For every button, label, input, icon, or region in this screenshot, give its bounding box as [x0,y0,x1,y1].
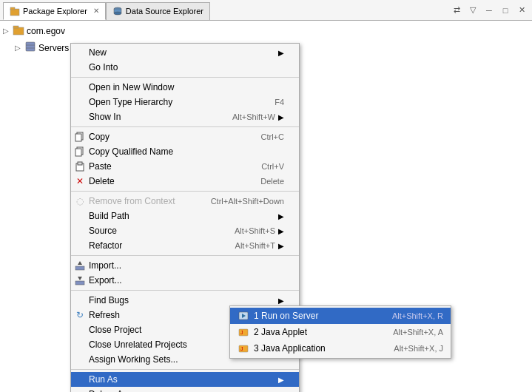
svg-rect-6 [13,26,18,28]
toolbar-close-btn[interactable]: ✕ [514,3,529,18]
menu-item-export[interactable]: Export... [71,273,299,288]
expand-arrow-comegov: ▷ [3,27,10,35]
svg-marker-19 [78,277,82,280]
submenu-item-java-applet-shortcut: Alt+Shift+X, A [393,328,443,337]
remove-context-icon: ◌ [74,195,86,207]
menu-item-new[interactable]: New ▶ [71,45,299,60]
menu-item-debug-as[interactable]: Debug As ▶ [71,387,299,392]
separator-1 [71,77,299,78]
servers-label: Servers [38,43,69,53]
menu-item-refactor-arrow: ▶ [278,242,284,250]
java-application-icon: J [238,342,249,354]
toolbar-view-btn[interactable]: ▽ [465,3,480,18]
menu-item-refactor-shortcut: Alt+Shift+T [235,241,275,250]
menu-item-paste-label: Paste [89,161,246,172]
submenu-item-java-applet[interactable]: J 2 Java Applet Alt+Shift+X, A [230,324,451,340]
separator-6 [71,369,299,370]
menu-item-import[interactable]: Import... [71,258,299,273]
tab-package-explorer[interactable]: Package Explorer ✕ [3,2,106,20]
submenu-item-run-on-server-label: 1 Run on Server [254,311,385,321]
menu-item-show-in-label: Show In [89,112,218,122]
menu-item-refactor[interactable]: Refactor Alt+Shift+T ▶ [71,238,299,253]
comegov-label: com.egov [27,26,65,36]
menu-item-run-as[interactable]: Run As ▶ [71,372,299,387]
separator-4 [71,255,299,256]
separator-5 [71,290,299,291]
svg-point-4 [114,12,121,15]
menu-item-copy-shortcut: Ctrl+C [261,132,284,141]
svg-rect-11 [75,134,81,141]
svg-rect-5 [13,27,24,35]
svg-rect-1 [10,7,15,10]
menu-item-show-in[interactable]: Show In Alt+Shift+W ▶ [71,109,299,124]
submenu-item-java-application[interactable]: J 3 Java Application Alt+Shift+X, J [230,340,451,356]
toolbar-max-btn[interactable]: □ [498,3,513,18]
menu-item-go-into-label: Go Into [89,62,284,72]
package-explorer-icon [10,6,20,16]
svg-text:J: J [240,330,243,335]
submenu-item-run-on-server-shortcut: Alt+Shift+X, R [392,311,443,320]
comegov-icon [13,24,24,38]
toolbar-icons: ⇄ ▽ ─ □ ✕ [449,3,529,18]
tab-bar: Package Explorer ✕ Data Source Explorer … [0,0,532,21]
menu-item-go-into[interactable]: Go Into [71,60,299,75]
menu-item-delete-shortcut: Delete [260,177,284,186]
menu-item-refactor-label: Refactor [89,240,220,251]
data-source-icon [112,6,123,16]
menu-item-remove-label: Remove from Context [89,196,196,206]
menu-item-copy-label: Copy [89,132,246,142]
submenu-run-as: 1 Run on Server Alt+Shift+X, R J 2 Java … [229,305,451,359]
menu-item-open-type-hierarchy-shortcut: F4 [275,98,284,107]
menu-item-new-label: New [89,47,275,58]
menu-item-build-path-label: Build Path [89,211,275,221]
menu-item-debug-as-label: Debug As [89,389,275,392]
menu-item-source-shortcut: Alt+Shift+S [235,226,275,235]
svg-marker-17 [78,261,82,265]
menu-item-build-path-arrow: ▶ [278,212,284,220]
menu-item-find-bugs-arrow: ▶ [278,297,284,305]
menu-item-delete[interactable]: ✕ Delete Delete [71,174,299,189]
import-icon [74,260,86,271]
tab-package-explorer-close[interactable]: ✕ [93,7,99,15]
menu-item-new-arrow: ▶ [278,49,284,57]
menu-item-copy-qualified-label: Copy Qualified Name [89,146,284,157]
refresh-icon: ↻ [74,309,86,321]
svg-rect-18 [75,281,84,285]
copy-icon [74,131,86,143]
menu-item-delete-label: Delete [89,176,246,186]
menu-item-find-bugs-label: Find Bugs [89,295,275,305]
expand-arrow-servers: ▷ [15,44,22,52]
run-on-server-icon [238,310,249,322]
menu-item-source-label: Source [89,226,220,236]
menu-item-export-label: Export... [89,275,284,285]
menu-item-open-new-window[interactable]: Open in New Window [71,80,299,95]
menu-item-paste-shortcut: Ctrl+V [261,162,284,171]
export-icon [74,274,86,286]
toolbar-sync-btn[interactable]: ⇄ [449,3,464,18]
separator-3 [71,191,299,192]
explorer-area: ▷ com.egov ▷ Servers New ▶ Go Into Open … [0,21,532,392]
menu-item-remove-shortcut: Ctrl+Alt+Shift+Down [211,197,284,206]
menu-item-source[interactable]: Source Alt+Shift+S ▶ [71,223,299,238]
tab-data-source-explorer[interactable]: Data Source Explorer [106,2,210,20]
tree-item-comegov[interactable]: ▷ com.egov [0,21,532,39]
menu-item-copy[interactable]: Copy Ctrl+C [71,129,299,144]
servers-icon [24,41,36,55]
svg-text:J: J [240,346,243,351]
paste-icon [74,160,86,172]
separator-2 [71,126,299,127]
submenu-item-run-on-server[interactable]: 1 Run on Server Alt+Shift+X, R [230,308,451,324]
menu-item-show-in-shortcut: Alt+Shift+W [232,112,275,121]
menu-item-paste[interactable]: Paste Ctrl+V [71,159,299,174]
menu-item-run-as-arrow: ▶ [278,376,284,384]
menu-item-build-path[interactable]: Build Path ▶ [71,209,299,223]
menu-item-source-arrow: ▶ [278,227,284,235]
toolbar-min-btn[interactable]: ─ [482,3,496,18]
delete-icon: ✕ [74,175,86,187]
menu-item-open-type-hierarchy[interactable]: Open Type Hierarchy F4 [71,95,299,109]
menu-item-copy-qualified-name[interactable]: Copy Qualified Name [71,144,299,159]
menu-item-show-in-arrow: ▶ [278,113,284,121]
tab-package-explorer-label: Package Explorer [23,7,87,16]
tab-data-source-label: Data Source Explorer [126,7,203,16]
submenu-item-java-application-shortcut: Alt+Shift+X, J [394,344,443,353]
